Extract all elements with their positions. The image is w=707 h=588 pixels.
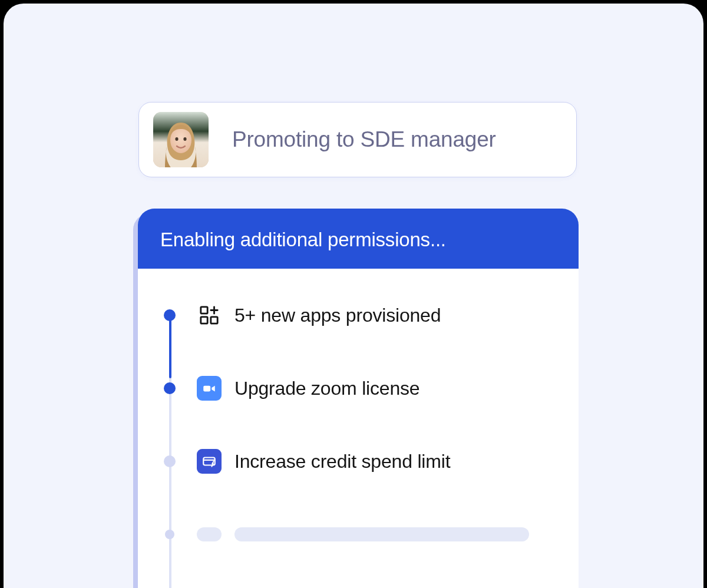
svg-rect-9 — [203, 386, 210, 392]
placeholder-line — [234, 527, 529, 541]
svg-rect-4 — [201, 307, 207, 313]
step-dot — [164, 455, 176, 467]
zoom-icon — [197, 376, 222, 401]
step-dot — [164, 382, 176, 394]
step-label: 5+ new apps provisioned — [234, 305, 441, 326]
svg-point-2 — [175, 137, 178, 141]
step-dot — [165, 530, 174, 539]
placeholder-icon — [197, 522, 222, 547]
step-dot — [164, 309, 176, 321]
apps-icon — [197, 303, 222, 328]
svg-rect-5 — [201, 317, 207, 323]
svg-rect-6 — [211, 317, 217, 323]
step-placeholder — [164, 522, 553, 547]
prompt-text: Promoting to SDE manager — [232, 127, 496, 152]
step-label: Increase credit spend limit — [234, 451, 450, 473]
progress-steps: 5+ new apps provisioned Upgrade zoom li — [138, 269, 579, 588]
step-item: Increase credit spend limit — [164, 449, 553, 474]
card-icon — [197, 449, 222, 474]
step-item: Upgrade zoom license — [164, 376, 553, 401]
svg-point-3 — [183, 137, 186, 141]
step-label: Upgrade zoom license — [234, 378, 419, 399]
canvas: Promoting to SDE manager Enabling additi… — [4, 4, 703, 588]
progress-card: Enabling additional permissions... — [138, 209, 579, 588]
progress-header: Enabling additional permissions... — [138, 209, 579, 269]
avatar — [153, 112, 209, 167]
prompt-card: Promoting to SDE manager — [138, 102, 577, 177]
step-item: 5+ new apps provisioned — [164, 303, 553, 328]
